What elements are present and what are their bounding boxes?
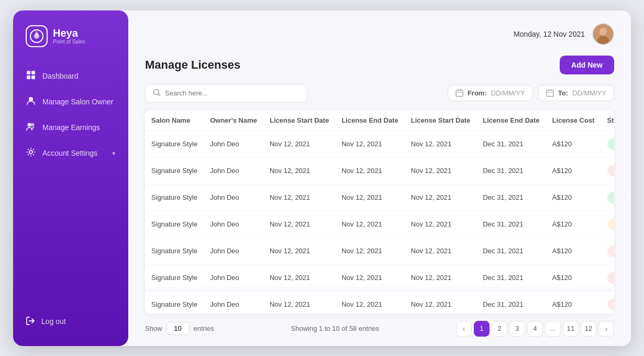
sidebar-item-label: Dashboard — [42, 72, 116, 80]
page-title: Manage Licenses — [145, 58, 240, 72]
cell-start1: Nov 12, 2021 — [263, 184, 335, 211]
col-license-end-2: License End Date — [476, 110, 546, 131]
cell-end1: Nov 12, 2021 — [335, 291, 404, 314]
col-license-start-2: License Start Date — [405, 110, 476, 131]
col-license-start-1: License Start Date — [263, 110, 335, 131]
sidebar-item-label: Account Settings — [42, 149, 106, 157]
col-salon-name: Salon Name — [145, 110, 204, 131]
cell-start2: Nov 12, 2021 — [405, 264, 476, 291]
topbar: Monday, 12 Nov 2021 — [145, 23, 614, 45]
status-badge: Active — [607, 138, 614, 150]
chevron-down-icon: ▾ — [112, 149, 116, 157]
page-2-button[interactable]: 2 — [492, 321, 507, 337]
cell-end1: Nov 12, 2021 — [335, 238, 404, 264]
search-input[interactable] — [165, 89, 299, 97]
page-12-button[interactable]: 12 — [581, 321, 596, 337]
sidebar-item-account-settings[interactable]: Account Settings ▾ — [13, 141, 128, 166]
cell-salon: Signature Style — [145, 131, 204, 157]
salon-owner-icon — [26, 96, 36, 108]
cell-status: Active — [601, 131, 614, 157]
cell-start2: Nov 12, 2021 — [405, 184, 476, 211]
cell-start1: Nov 12, 2021 — [263, 131, 335, 157]
next-page-button[interactable]: › — [598, 321, 614, 337]
add-new-button[interactable]: Add New — [560, 56, 614, 74]
cell-end2: Dec 31, 2021 — [476, 157, 546, 184]
col-owner-name: Owner's Name — [204, 110, 263, 131]
status-badge: Expired — [607, 299, 614, 310]
status-badge: Expired — [607, 272, 614, 284]
cell-salon: Signature Style — [145, 211, 204, 238]
to-date-filter[interactable]: To: DD/MM/YY — [538, 85, 614, 101]
cell-owner: John Deo — [204, 184, 263, 211]
svg-point-7 — [28, 123, 31, 126]
page-1-button[interactable]: 1 — [474, 321, 490, 337]
cell-start1: Nov 12, 2021 — [263, 264, 335, 291]
cell-start2: Nov 12, 2021 — [405, 211, 476, 238]
cell-end2: Dec 31, 2021 — [476, 238, 546, 264]
entries-label: entries — [194, 325, 214, 332]
cell-salon: Signature Style — [145, 238, 204, 264]
cell-owner: John Deo — [204, 211, 263, 238]
page-3-button[interactable]: 3 — [509, 321, 525, 337]
svg-rect-3 — [31, 71, 35, 74]
main-content: Monday, 12 Nov 2021 Manage Licenses Add … — [128, 10, 631, 346]
svg-point-6 — [29, 97, 33, 101]
search-box — [145, 84, 307, 103]
sidebar-item-label: Manage Salon Owner — [42, 98, 116, 106]
dashboard-icon — [26, 70, 36, 82]
showing-text: Showing 1 to 10 of 58 entries — [291, 325, 379, 332]
cell-owner: John Deo — [204, 131, 263, 157]
page-11-button[interactable]: 11 — [563, 321, 579, 337]
cell-start2: Nov 12, 2021 — [405, 291, 476, 314]
sidebar-item-dashboard[interactable]: Dashboard — [13, 64, 128, 89]
licenses-table: Salon Name Owner's Name License Start Da… — [145, 110, 614, 314]
topbar-date: Monday, 12 Nov 2021 — [514, 30, 585, 38]
cell-status: Expired — [601, 264, 614, 291]
cell-owner: John Deo — [204, 264, 263, 291]
table-row: Signature Style John Deo Nov 12, 2021 No… — [145, 184, 614, 211]
page-ellipsis: ... — [545, 321, 561, 337]
cell-status: Expired — [601, 291, 614, 314]
avatar[interactable] — [592, 23, 614, 45]
cell-salon: Signature Style — [145, 157, 204, 184]
table-header-row: Salon Name Owner's Name License Start Da… — [145, 110, 614, 131]
col-license-cost: License Cost — [546, 110, 601, 131]
cell-start2: Nov 12, 2021 — [405, 157, 476, 184]
logout-icon — [26, 316, 35, 327]
prev-page-button[interactable]: ‹ — [456, 321, 472, 337]
entries-count-input[interactable] — [166, 322, 190, 335]
svg-rect-5 — [31, 75, 35, 79]
cell-cost: A$120 — [546, 184, 601, 211]
cell-cost: A$120 — [546, 157, 601, 184]
cell-end1: Nov 12, 2021 — [335, 184, 404, 211]
table-row: Signature Style John Deo Nov 12, 2021 No… — [145, 238, 614, 264]
table-row: Signature Style John Deo Nov 12, 2021 No… — [145, 264, 614, 291]
svg-point-8 — [31, 123, 35, 126]
svg-rect-14 — [456, 90, 463, 96]
cell-end2: Dec 31, 2021 — [476, 211, 546, 238]
page-4-button[interactable]: 4 — [527, 321, 543, 337]
cell-status: Active — [601, 184, 614, 211]
col-license-end-1: License End Date — [335, 110, 404, 131]
sidebar-item-manage-salon[interactable]: Manage Salon Owner — [13, 90, 128, 114]
sidebar-logo: Heya Point of Sales — [13, 25, 128, 64]
cell-start1: Nov 12, 2021 — [263, 291, 335, 314]
cell-owner: John Deo — [204, 238, 263, 264]
from-date-filter[interactable]: From: DD/MM/YY — [448, 85, 533, 101]
svg-rect-4 — [27, 75, 30, 79]
cell-cost: A$120 — [546, 264, 601, 291]
cell-start2: Nov 12, 2021 — [405, 131, 476, 157]
sidebar-item-manage-earnings[interactable]: Manage Earnings — [13, 115, 128, 140]
date-filters: From: DD/MM/YY To: DD/MM/YY — [448, 85, 614, 101]
to-placeholder: DD/MM/YY — [572, 89, 606, 97]
col-status: Status — [601, 110, 614, 131]
sidebar-item-label: Manage Earnings — [42, 123, 116, 132]
search-icon — [153, 89, 161, 98]
svg-rect-2 — [27, 71, 30, 74]
table-row: Signature Style John Deo Nov 12, 2021 No… — [145, 131, 614, 157]
logout-button[interactable]: Log out — [13, 310, 128, 333]
to-label: To: — [558, 89, 568, 97]
cell-salon: Signature Style — [145, 291, 204, 314]
cell-status: Ongoing — [601, 211, 614, 238]
logo-title: Heya — [53, 27, 85, 39]
